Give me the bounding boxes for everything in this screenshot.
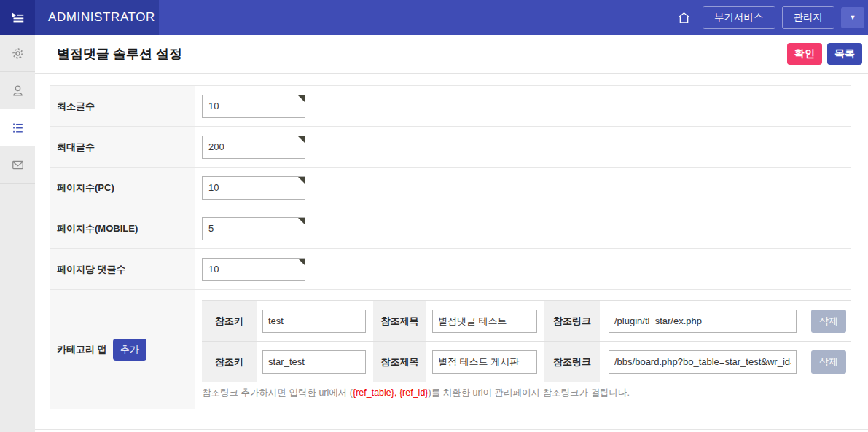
settings-form: 최소글수 최대글수 페이지수(PC) [50, 85, 851, 409]
ref-key-input[interactable] [262, 350, 366, 374]
main-area: 별점댓글 솔루션 설정 확인 목록 최소글수 최대글수 [35, 35, 868, 432]
chevron-down-icon: ▼ [850, 14, 856, 21]
category-row-2: 참조키 참조제목 참조링크 삭제 [202, 342, 851, 382]
topbar-spacer [159, 0, 671, 35]
max-posts-input[interactable] [202, 136, 305, 159]
min-posts-field [202, 95, 305, 118]
form-row-min-posts: 최소글수 [50, 86, 851, 127]
gear-icon [11, 47, 25, 60]
sidebar-item-mail[interactable] [0, 146, 35, 184]
form-row-pages-pc: 페이지수(PC) [50, 168, 851, 208]
add-category-button[interactable]: 추가 [113, 339, 146, 361]
ref-link-header: 참조링크 [544, 342, 600, 382]
admin-dropdown-button[interactable]: ▼ [841, 7, 864, 28]
brand-title: ADMINISTRATOR [35, 0, 159, 35]
pages-pc-field [202, 176, 305, 200]
field-content [195, 249, 851, 289]
delete-category-button[interactable]: 삭제 [811, 350, 846, 374]
menu-open-icon [9, 9, 26, 25]
field-label: 페이지수(PC) [50, 168, 195, 208]
confirm-button[interactable]: 확인 [787, 43, 822, 65]
person-icon [11, 84, 25, 98]
field-content [195, 208, 851, 248]
form-row-category-map: 카테고리 맵 추가 참조키 참조제목 참조링크 삭제 [50, 290, 851, 409]
form-row-max-posts: 최대글수 [50, 127, 851, 168]
field-content [195, 86, 851, 126]
field-label: 최소글수 [50, 86, 195, 126]
delete-category-button[interactable]: 삭제 [811, 310, 846, 333]
category-map-table: 참조키 참조제목 참조링크 삭제 참조키 참조제목 [202, 300, 851, 382]
comments-per-page-input[interactable] [202, 258, 305, 281]
page-title: 별점댓글 솔루션 설정 [57, 45, 787, 63]
help-red-tokens: {ref_table}, {ref_id} [353, 388, 429, 398]
topbar: ADMINISTRATOR 부가서비스 관리자 ▼ [0, 0, 868, 35]
field-content [195, 168, 851, 208]
sidebar-item-members[interactable] [0, 72, 35, 109]
ref-title-input[interactable] [432, 310, 537, 333]
list-icon [11, 121, 25, 135]
topbar-actions: 부가서비스 관리자 ▼ [671, 0, 868, 35]
ref-title-header: 참조제목 [373, 301, 426, 341]
comments-per-page-field [202, 258, 305, 281]
ref-link-input[interactable] [609, 310, 797, 333]
home-button[interactable] [671, 5, 696, 30]
ref-link-header: 참조링크 [544, 301, 600, 341]
ref-link-input[interactable] [609, 350, 797, 374]
page-header: 별점댓글 솔루션 설정 확인 목록 [35, 35, 868, 74]
pages-mobile-field [202, 217, 305, 240]
bottom-divider [35, 429, 868, 430]
pages-pc-input[interactable] [202, 176, 305, 200]
field-label: 최대글수 [50, 127, 195, 167]
field-label: 페이지당 댓글수 [50, 249, 195, 289]
min-posts-input[interactable] [202, 95, 305, 118]
field-content [195, 127, 851, 167]
sidebar [0, 35, 35, 432]
sidebar-item-board[interactable] [0, 109, 35, 146]
services-button[interactable]: 부가서비스 [703, 6, 775, 29]
category-map-content: 참조키 참조제목 참조링크 삭제 참조키 참조제목 [195, 290, 851, 409]
sidebar-toggle-button[interactable] [0, 0, 35, 35]
form-row-pages-mobile: 페이지수(MOBILE) [50, 208, 851, 249]
ref-key-header: 참조키 [202, 342, 257, 382]
ref-title-input[interactable] [432, 350, 537, 374]
sidebar-item-settings[interactable] [0, 35, 35, 72]
ref-key-header: 참조키 [202, 301, 257, 341]
max-posts-field [202, 136, 305, 159]
ref-key-input[interactable] [262, 310, 366, 333]
list-button[interactable]: 목록 [827, 43, 862, 65]
mail-icon [11, 158, 25, 172]
category-map-label-cell: 카테고리 맵 추가 [50, 290, 195, 409]
category-map-help-text: 참조링크 추가하시면 입력한 url에서 ({ref_table}, {ref_… [202, 387, 851, 399]
category-row-1: 참조키 참조제목 참조링크 삭제 [202, 301, 851, 342]
sidebar-filler [0, 184, 35, 432]
form-row-comments-per-page: 페이지당 댓글수 [50, 249, 851, 290]
field-label: 페이지수(MOBILE) [50, 208, 195, 248]
category-map-label: 카테고리 맵 [57, 343, 107, 356]
home-icon [677, 11, 691, 25]
ref-title-header: 참조제목 [373, 342, 426, 382]
pages-mobile-input[interactable] [202, 217, 305, 240]
admin-menu-button[interactable]: 관리자 [782, 6, 835, 29]
